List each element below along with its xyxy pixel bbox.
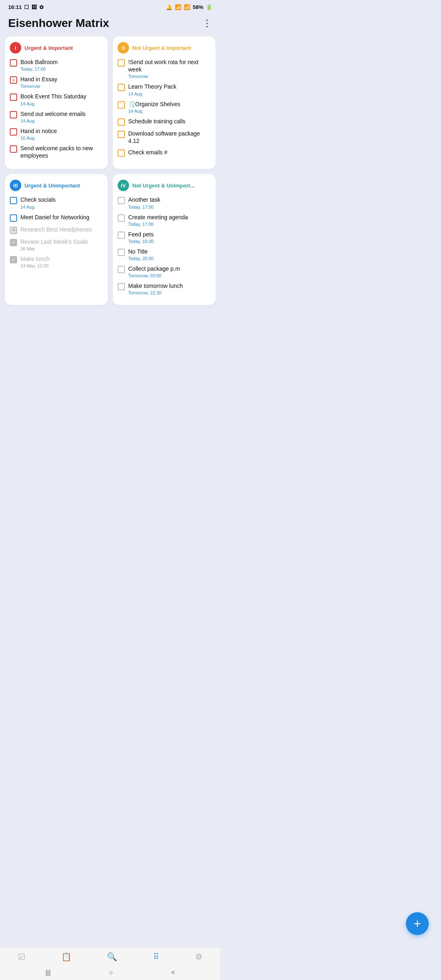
task-content: Send welcome packs to new employees [20,145,103,159]
task-checkbox[interactable] [118,232,125,239]
quadrant-header-q4: IVNot Urgent & Unimport... [118,180,211,191]
task-item[interactable]: Check emails # [118,149,211,157]
task-checkbox[interactable] [118,266,125,273]
task-item[interactable]: ✓Make lunch24 May, 12:00 [10,255,103,268]
task-item[interactable]: Download software package 4.12 [118,130,211,145]
task-checkbox[interactable] [118,149,125,157]
task-name: Hand in Essay [20,76,103,83]
task-checkbox[interactable]: ✕ [10,227,17,234]
task-content: Meet Daniel for Networking [20,214,103,221]
task-item[interactable]: Send out welcome emails14 Aug [10,110,103,123]
task-item[interactable]: ≡Hand in EssayTomorrow [10,76,103,89]
task-item[interactable]: Learn Theory Pack14 Aug [118,83,211,96]
task-checkbox[interactable] [118,131,125,138]
task-name: Book Event This Saturday [20,93,103,100]
quadrant-title-q1: Urgent & Important [24,45,73,51]
task-item[interactable]: Hand in notice16 Aug [10,127,103,140]
task-item[interactable]: Create meeting agendaToday, 17:00 [118,214,211,227]
page-title: Eisenhower Matrix [8,17,109,30]
task-content: Collect package p.mTomorrow, 03:00 [128,265,211,278]
alarm-icon: 🔔 [166,4,172,10]
task-date: Today, 20:00 [128,256,211,261]
task-checkbox[interactable]: ≡ [10,76,17,84]
task-content: No TitleToday, 20:00 [128,248,211,261]
quadrant-q2: IINot Urgent & Important!Send out work r… [113,36,216,169]
task-checkbox[interactable] [10,214,17,222]
quadrant-title-q2: Not Urgent & Important [132,45,191,51]
task-checkbox[interactable] [118,249,125,256]
task-content: Check socials14 Aug [20,196,103,209]
task-name: Download software package 4.12 [128,130,211,145]
task-date: 14 Aug [20,101,103,106]
task-name: Learn Theory Pack [128,83,211,90]
quadrant-badge-q1: I [10,42,21,53]
task-content: !Send out work rota for next weekTomorro… [128,58,211,79]
task-content: Check emails # [128,149,211,156]
task-checkbox[interactable] [10,197,17,204]
task-name: Collect package p.m [128,265,211,272]
flower-icon: ✿ [39,4,44,10]
task-item[interactable]: Feed petsToday, 18:30 [118,231,211,244]
task-name: Send welcome packs to new employees [20,145,103,159]
task-content: Review Last Week's Goals26 May [20,238,103,251]
task-item[interactable]: Another taskToday, 17:00 [118,196,211,209]
task-checkbox[interactable] [118,283,125,290]
task-checkbox[interactable] [118,84,125,91]
task-content: Make lunch24 May, 12:00 [20,255,103,268]
task-item[interactable]: No TitleToday, 20:00 [118,248,211,261]
task-checkbox[interactable] [10,94,17,101]
quadrant-badge-q2: II [118,42,129,53]
task-name: Review Last Week's Goals [20,238,103,245]
task-item[interactable]: Meet Daniel for Networking [10,214,103,222]
task-item[interactable]: !Send out work rota for next weekTomorro… [118,58,211,79]
task-checkbox[interactable]: ✓ [10,239,17,246]
task-date: 26 May [20,246,103,251]
task-checkbox[interactable] [10,111,17,118]
task-name: Meet Daniel for Networking [20,214,103,221]
task-name: Book Ballroom [20,58,103,66]
quadrant-header-q3: IIIUrgent & Unimportant [10,180,103,191]
task-checkbox[interactable] [118,101,125,109]
task-item[interactable]: ✓Review Last Week's Goals26 May [10,238,103,251]
task-content: 🗒️Organize Shelves14 Aug [128,100,211,114]
task-checkbox[interactable] [118,118,125,126]
task-checkbox[interactable] [10,145,17,153]
task-item[interactable]: 🗒️Organize Shelves14 Aug [118,100,211,114]
task-checkbox[interactable] [118,214,125,222]
task-item[interactable]: Send welcome packs to new employees [10,145,103,159]
task-checkbox[interactable] [10,59,17,67]
task-name: Make lunch [20,255,103,263]
task-date: Today, 17:00 [128,205,211,209]
task-item[interactable]: Check socials14 Aug [10,196,103,209]
task-name: Another task [128,196,211,203]
task-content: Book Event This Saturday14 Aug [20,93,103,106]
task-checkbox[interactable] [10,128,17,136]
quadrant-q1: IUrgent & ImportantBook BallroomToday, 1… [5,36,108,169]
task-checkbox[interactable]: ✓ [10,256,17,263]
quadrant-badge-q3: III [10,180,21,191]
task-date: 14 Aug [20,118,103,123]
task-name: Schedule training calls [128,118,211,125]
more-options-button[interactable]: ⋮ [202,18,212,29]
task-date: 14 Aug [128,109,211,114]
task-content: Feed petsToday, 18:30 [128,231,211,244]
task-date: 14 Aug [20,205,103,209]
task-item[interactable]: Book BallroomToday, 17:00 [10,58,103,71]
task-item[interactable]: Collect package p.mTomorrow, 03:00 [118,265,211,278]
task-checkbox[interactable] [118,197,125,204]
battery-icon: 🔋 [206,4,212,10]
task-content: Create meeting agendaToday, 17:00 [128,214,211,227]
task-name: Research Best Headphones [20,226,103,233]
task-content: Another taskToday, 17:00 [128,196,211,209]
task-item[interactable]: Schedule training calls [118,118,211,126]
signal-icon: 📶 [184,4,190,10]
task-item[interactable]: ✕Research Best Headphones [10,226,103,234]
task-checkbox[interactable] [118,59,125,67]
task-date: Tomorrow, 22:30 [128,290,211,295]
task-date: 16 Aug [20,136,103,140]
task-item[interactable]: Make tomorrow lunchTomorrow, 22:30 [118,282,211,295]
quadrant-header-q2: IINot Urgent & Important [118,42,211,53]
task-item[interactable]: Book Event This Saturday14 Aug [10,93,103,106]
status-left: 16:11 ☐ 🖼 ✿ [8,4,44,10]
time: 16:11 [8,4,22,10]
